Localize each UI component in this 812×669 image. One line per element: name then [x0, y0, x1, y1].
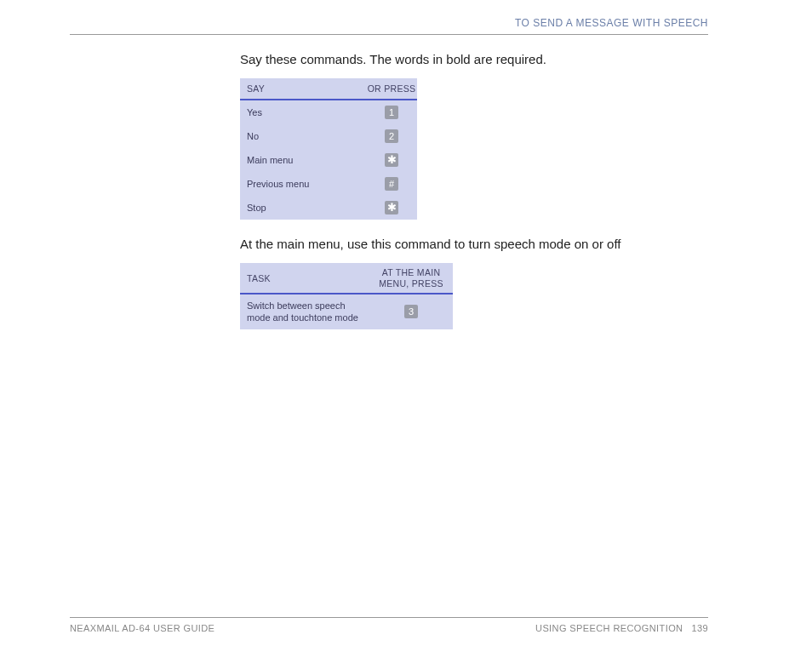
- key-cell: 2: [366, 124, 417, 148]
- key-cell: ✱: [366, 196, 417, 220]
- header-section-title: TO SEND A MESSAGE WITH SPEECH: [70, 17, 708, 34]
- key-cell: ✱: [366, 148, 417, 172]
- table-row: Switch between speech mode and touchtone…: [240, 294, 453, 329]
- key-icon: #: [385, 177, 398, 191]
- key-icon: 2: [385, 129, 398, 143]
- say-cell: Yes: [240, 100, 366, 124]
- col-header-say: SAY: [240, 78, 366, 100]
- key-icon: ✱: [385, 153, 398, 167]
- col-header-press: OR PRESS: [366, 78, 417, 100]
- page-content: TO SEND A MESSAGE WITH SPEECH Say these …: [70, 17, 708, 329]
- footer-left: NEAXMAIL AD-64 USER GUIDE: [70, 623, 214, 633]
- key-cell: #: [366, 172, 417, 196]
- col-header-press-2: AT THE MAIN MENU, PRESS: [369, 263, 453, 294]
- table-row: Main menu ✱: [240, 148, 417, 172]
- page-number: 139: [691, 623, 708, 633]
- say-cell: Previous menu: [240, 172, 366, 196]
- key-icon: 3: [404, 305, 418, 318]
- key-icon: ✱: [385, 201, 398, 214]
- say-cell: No: [240, 124, 366, 148]
- say-cell: Stop: [240, 196, 366, 220]
- table-header-row: SAY OR PRESS: [240, 78, 417, 100]
- col-header-press-line2: MENU, PRESS: [379, 278, 443, 289]
- footer-right: USING SPEECH RECOGNITION139: [535, 623, 708, 633]
- commands-table: SAY OR PRESS Yes 1 No 2 Main menu ✱: [240, 78, 417, 220]
- say-cell: Main menu: [240, 148, 366, 172]
- task-table: TASK AT THE MAIN MENU, PRESS Switch betw…: [240, 263, 453, 329]
- page-footer: NEAXMAIL AD-64 USER GUIDE USING SPEECH R…: [70, 617, 708, 633]
- intro-paragraph-2: At the main menu, use this command to tu…: [240, 235, 708, 253]
- col-header-press-line1: AT THE MAIN: [382, 267, 441, 277]
- table-row: No 2: [240, 124, 417, 148]
- table-row: Previous menu #: [240, 172, 417, 196]
- task-cell: Switch between speech mode and touchtone…: [240, 294, 369, 329]
- footer-section-label: USING SPEECH RECOGNITION: [535, 623, 683, 633]
- key-cell: 3: [369, 294, 453, 329]
- table-header-row: TASK AT THE MAIN MENU, PRESS: [240, 263, 453, 294]
- key-cell: 1: [366, 100, 417, 124]
- main-content: Say these commands. The words in bold ar…: [240, 50, 708, 329]
- top-rule: [70, 34, 708, 35]
- footer-row: NEAXMAIL AD-64 USER GUIDE USING SPEECH R…: [70, 623, 708, 633]
- bottom-rule: [70, 617, 708, 618]
- intro-paragraph-1: Say these commands. The words in bold ar…: [240, 50, 708, 68]
- key-icon: 1: [385, 106, 398, 119]
- col-header-task: TASK: [240, 263, 369, 294]
- table-row: Stop ✱: [240, 196, 417, 220]
- table-row: Yes 1: [240, 100, 417, 124]
